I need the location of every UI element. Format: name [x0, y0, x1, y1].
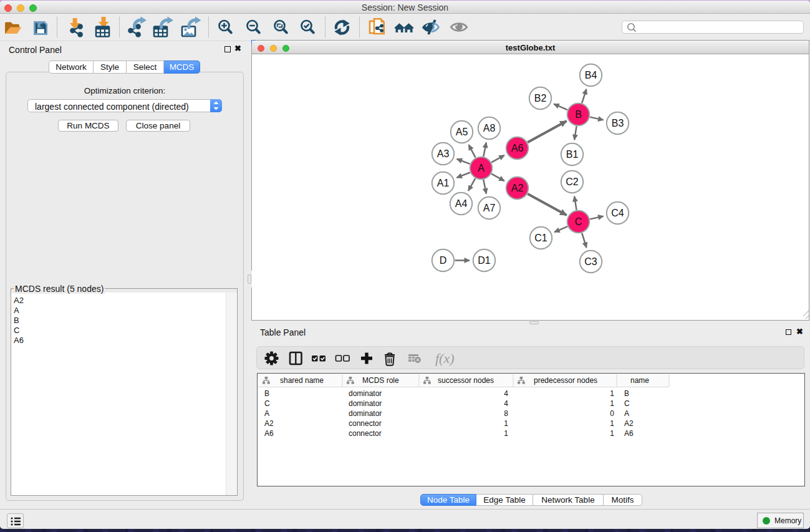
svg-text:1: 1: [610, 429, 614, 438]
svg-text:B: B: [264, 389, 269, 398]
svg-text:A3: A3: [437, 148, 450, 159]
svg-text:A2: A2: [511, 183, 524, 193]
svg-text:f(x): f(x): [435, 351, 455, 366]
svg-text:1: 1: [504, 419, 508, 428]
svg-text:C4: C4: [611, 208, 624, 218]
svg-text:B1: B1: [566, 149, 579, 160]
svg-text:A2: A2: [264, 419, 274, 428]
svg-text:A: A: [478, 163, 485, 173]
svg-text:D1: D1: [478, 255, 491, 266]
svg-text:dominator: dominator: [349, 409, 382, 418]
svg-text:A7: A7: [483, 203, 496, 213]
svg-text:B4: B4: [585, 70, 597, 80]
svg-text:A: A: [264, 409, 269, 418]
svg-text:B: B: [575, 109, 582, 120]
svg-text:8: 8: [504, 409, 508, 418]
svg-text:1: 1: [610, 419, 614, 428]
svg-text:A4: A4: [455, 198, 468, 209]
svg-text:C: C: [264, 399, 270, 408]
svg-text:connector: connector: [349, 429, 382, 438]
svg-text:B2: B2: [534, 93, 547, 104]
svg-text:connector: connector: [349, 419, 382, 428]
svg-text:1: 1: [504, 429, 508, 438]
svg-text:A: A: [624, 409, 629, 418]
svg-text:4: 4: [504, 399, 508, 408]
svg-text:A6: A6: [511, 143, 524, 153]
svg-text:A5: A5: [456, 127, 468, 137]
svg-text:dominator: dominator: [349, 389, 382, 398]
svg-text:B: B: [624, 389, 629, 398]
svg-text:shared name: shared name: [280, 376, 324, 385]
svg-text:C3: C3: [584, 256, 597, 267]
svg-text:A2: A2: [624, 419, 634, 428]
svg-text:B3: B3: [612, 118, 624, 128]
svg-text:C2: C2: [566, 177, 579, 187]
svg-text:MCDS role: MCDS role: [362, 376, 399, 385]
svg-text:C: C: [624, 399, 630, 408]
svg-text:A6: A6: [624, 429, 634, 438]
svg-text:4: 4: [504, 389, 508, 398]
svg-text:A1: A1: [437, 178, 450, 188]
svg-text:D: D: [440, 255, 447, 266]
svg-text:0: 0: [610, 409, 614, 418]
svg-text:successor nodes: successor nodes: [438, 376, 494, 385]
svg-text:1: 1: [610, 389, 614, 398]
svg-text:name: name: [630, 376, 649, 385]
svg-text:C: C: [575, 216, 582, 227]
svg-text:predecessor nodes: predecessor nodes: [534, 376, 597, 385]
svg-text:1: 1: [610, 399, 614, 408]
svg-text:C1: C1: [534, 233, 547, 243]
svg-text:A8: A8: [483, 123, 496, 133]
svg-text:dominator: dominator: [349, 399, 382, 408]
svg-text:A6: A6: [264, 429, 274, 438]
